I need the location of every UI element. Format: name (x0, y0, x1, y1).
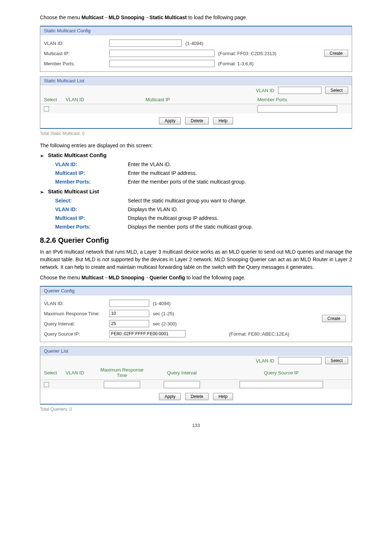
panel-header-smc: Static Multicast Config (40, 26, 352, 35)
col-vlan: VLAN ID (66, 97, 98, 102)
querier-paragraph: In an IPv6 multicast network that runs M… (40, 248, 352, 271)
apply-button[interactable]: Apply (159, 117, 181, 124)
ql-empty-row (40, 380, 352, 389)
ql-col-qsip: Query Source IP (215, 370, 348, 376)
section-sml-heading: ➢ Static Multicast List (40, 188, 352, 195)
breadcrumb-prefix: Choose the menu (40, 275, 81, 280)
def-desc: Displays the member ports of the static … (128, 224, 352, 230)
ql-col-mrt: Maximum Response Time (95, 367, 149, 378)
def-term: VLAN ID: (55, 206, 128, 212)
member-ports-format: (Format: 1-3,6,8) (218, 61, 254, 66)
arrow-icon: ➢ (40, 189, 48, 195)
def-row: Member Ports: Enter the member ports of … (55, 179, 352, 185)
col-mip: Multicast IP (98, 97, 257, 102)
section-smc-heading: ➢ Static Multicast Config (40, 152, 352, 159)
col-ports: Member Ports (257, 97, 348, 102)
ql-col-vlan: VLAN ID (66, 370, 95, 376)
qc-vlan-label: VLAN ID: (44, 301, 109, 306)
panel-header-ql: Querier List (40, 347, 352, 356)
entries-intro: The following entries are displayed on t… (40, 143, 352, 148)
def-desc: Enter the multicast IP address. (128, 170, 352, 176)
qc-qi-range: sec (2-300) (153, 321, 177, 327)
def-desc: Select the static multicast group you wa… (128, 198, 352, 204)
ql-row-mrt-input[interactable] (104, 381, 140, 388)
def-row: Multicast IP: Enter the multicast IP add… (55, 170, 352, 176)
sml-def-table: Select: Select the static multicast grou… (55, 198, 352, 230)
sml-button-row: Apply Delete Help (40, 114, 352, 128)
filter-vlan-input[interactable] (278, 87, 322, 94)
multicast-ip-label: Multicast IP: (44, 51, 109, 56)
ql-help-button[interactable]: Help (213, 393, 233, 400)
multicast-ip-input[interactable] (109, 50, 215, 57)
row-checkbox[interactable] (44, 106, 49, 111)
def-desc: Displays the VLAN ID. (128, 206, 352, 212)
static-multicast-config-panel: Static Multicast Config VLAN ID: (1-4094… (40, 26, 352, 72)
ql-filter-input[interactable] (278, 357, 322, 364)
help-button[interactable]: Help (213, 117, 233, 124)
def-desc: Enter the member ports of the static mul… (128, 179, 352, 185)
multicast-ip-format: (Format: FF03::C2D5:2313) (218, 51, 276, 56)
section-smc-title: Static Multicast Config (48, 152, 107, 158)
ql-delete-button[interactable]: Delete (185, 393, 209, 400)
breadcrumb-path: Multicast→MLD Snooping→Static Multicast (81, 15, 187, 20)
def-desc: Displays the multicast group IP address. (128, 215, 352, 221)
qc-vlan-row: VLAN ID: (1-4094) (44, 298, 322, 308)
qc-body: VLAN ID: (1-4094) Maximum Response Time:… (40, 295, 352, 342)
def-term: Multicast IP: (55, 215, 128, 221)
qc-mrt-range: sec (1-25) (153, 311, 174, 316)
vlan-id-label: VLAN ID: (44, 41, 109, 46)
row-ports-input[interactable] (257, 105, 337, 112)
def-term: Member Ports: (55, 179, 128, 185)
smc-def-table: VLAN ID: Enter the VLAN ID. Multicast IP… (55, 161, 352, 185)
ql-row-qi-input[interactable] (164, 381, 200, 388)
ql-col-select: Select (44, 370, 66, 376)
breadcrumb-path: Multicast→MLD Snooping→Querier Config (81, 275, 185, 280)
select-button[interactable]: Select (325, 87, 348, 94)
ql-col-qi: Query Interval (149, 370, 215, 376)
def-row: Select: Select the static multicast grou… (55, 198, 352, 204)
section-sml-title: Static Multicast List (48, 188, 99, 194)
filter-vlan-label: VLAN ID (256, 88, 274, 93)
vlan-id-input[interactable] (109, 40, 182, 47)
panel-header-sml: Static Multicast List (40, 77, 352, 85)
col-select: Select (44, 97, 66, 102)
def-row: Multicast IP: Displays the multicast gro… (55, 215, 352, 221)
smc-vlan-row: VLAN ID: (1-4094) (44, 38, 348, 48)
smc-mip-row: Multicast IP: (Format: FF03::C2D5:2313) … (44, 48, 348, 58)
vlan-id-range: (1-4094) (185, 41, 203, 46)
querier-list-panel: Querier List VLAN ID Select Select VLAN … (40, 346, 352, 405)
querier-config-heading: 8.2.6 Querier Config (40, 236, 352, 245)
breadcrumb-prefix: Choose the menu (40, 15, 81, 20)
total-queriers: Total Queriers: 0 (40, 407, 352, 412)
member-ports-input[interactable] (109, 60, 215, 67)
ql-row-qsip-input[interactable] (240, 381, 323, 388)
qc-vlan-input[interactable] (109, 300, 149, 307)
sml-empty-row (40, 104, 352, 114)
ql-apply-button[interactable]: Apply (159, 393, 181, 400)
delete-button[interactable]: Delete (185, 117, 209, 124)
breadcrumb-static: Choose the menu Multicast→MLD Snooping→S… (40, 14, 352, 21)
create-button[interactable]: Create (324, 50, 348, 57)
ql-button-row: Apply Delete Help (40, 389, 352, 404)
total-static-multicast: Total Static Multicast: 0 (40, 131, 352, 136)
ql-filter-row: VLAN ID Select (40, 356, 352, 366)
static-multicast-list-panel: Static Multicast List VLAN ID Select Sel… (40, 76, 352, 129)
qc-qi-input[interactable] (109, 320, 149, 327)
qc-mrt-input[interactable] (109, 310, 149, 317)
def-term: VLAN ID: (55, 161, 128, 167)
qc-qsip-row: Query Source IP: (Format: FE80::ABEC:12E… (44, 329, 322, 339)
qc-vlan-range: (1-4094) (153, 301, 171, 306)
ql-select-button[interactable]: Select (325, 357, 348, 364)
qc-qsip-input[interactable] (109, 330, 185, 337)
qc-qsip-format: (Format: FE80::ABEC:12EA) (229, 331, 289, 337)
smc-ports-row: Member Ports: (Format: 1-3,6,8) (44, 58, 348, 69)
arrow-icon: ➢ (40, 153, 48, 159)
qc-qsip-label: Query Source IP: (44, 331, 109, 337)
member-ports-label: Member Ports: (44, 61, 109, 66)
qc-qi-label: Query Interval: (44, 321, 109, 327)
ql-row-checkbox[interactable] (44, 382, 49, 387)
qc-create-button[interactable]: Create (322, 315, 346, 322)
def-row: VLAN ID: Enter the VLAN ID. (55, 161, 352, 167)
panel-header-qc: Querier Config (40, 287, 352, 295)
def-term: Member Ports: (55, 224, 128, 230)
